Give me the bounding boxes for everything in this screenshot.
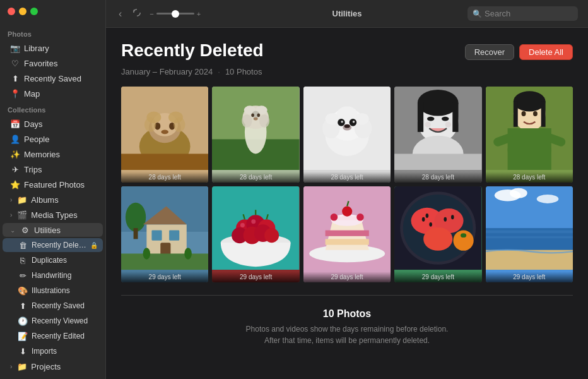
page-meta: January – February 2024 · 10 Photos — [121, 67, 573, 76]
sidebar-item-trips[interactable]: ✈ Trips — [3, 162, 103, 176]
photo-cell[interactable]: 29 days left — [121, 186, 208, 282]
sidebar-item-label: Imports — [32, 347, 57, 356]
zoom-controls: − + — [150, 10, 201, 18]
recover-button[interactable]: Recover — [465, 44, 514, 60]
sidebar-item-duplicates[interactable]: ⎘ Duplicates — [3, 253, 103, 267]
svg-point-104 — [426, 214, 429, 218]
sidebar-item-label: Favorites — [24, 59, 57, 68]
sidebar-item-projects[interactable]: › 📁 Projects — [3, 359, 103, 373]
photo-cell[interactable]: 29 days left — [394, 186, 481, 282]
sidebar-item-utilities[interactable]: ⌄ ⚙ Utilities — [3, 223, 103, 237]
svg-point-23 — [254, 117, 258, 121]
svg-point-105 — [444, 217, 447, 222]
photo-cell[interactable]: 29 days left — [486, 186, 573, 282]
sidebar-item-library[interactable]: 📷 Library — [3, 41, 103, 55]
svg-rect-11 — [121, 153, 208, 170]
minimize-button[interactable] — [19, 8, 26, 15]
svg-point-43 — [427, 117, 435, 121]
sidebar-item-recently-viewed[interactable]: 🕐 Recently Viewed — [3, 314, 103, 328]
sparkle-icon: ✨ — [10, 149, 20, 159]
chevron-down-icon: ⌄ — [10, 227, 15, 234]
art-icon: 🎨 — [18, 286, 28, 296]
sidebar-item-memories[interactable]: ✨ Memories — [3, 147, 103, 161]
main-content: ‹ − + Utilities 🔍 Recently Deleted Re — [106, 0, 588, 379]
page-title: Recently Deleted — [121, 40, 264, 61]
heart-icon: ♡ — [10, 58, 20, 68]
photo-days-label: 29 days left — [212, 272, 299, 282]
photo-cell[interactable]: 28 days left — [212, 87, 299, 183]
svg-point-95 — [356, 214, 364, 221]
pen-icon: ✏ — [18, 270, 28, 280]
maximize-button[interactable] — [30, 8, 38, 15]
search-input[interactable] — [485, 9, 573, 18]
back-button[interactable]: ‹ — [116, 7, 124, 21]
sidebar-item-imports[interactable]: ⬇ Imports — [3, 344, 103, 358]
sidebar-item-label: Utilities — [34, 226, 61, 235]
sidebar-item-recently-deleted[interactable]: 🗑 Recently Delet... 🔒 — [3, 238, 103, 252]
sidebar-item-recently-edited[interactable]: 📝 Recently Edited — [3, 329, 103, 343]
sidebar-item-label: Recently Delet... — [32, 241, 86, 250]
photo-cell[interactable]: 29 days left — [212, 186, 299, 282]
photo-days-label: 28 days left — [121, 172, 208, 183]
sidebar-item-media-types[interactable]: › 🎬 Media Types — [3, 208, 103, 222]
svg-rect-114 — [486, 231, 573, 234]
close-button[interactable] — [8, 8, 15, 15]
upload-icon: ⬆ — [10, 73, 20, 83]
sidebar-item-recently-saved-sub[interactable]: ⬆ Recently Saved — [3, 299, 103, 313]
sidebar-item-label: Map — [24, 89, 40, 99]
svg-point-108 — [461, 233, 466, 238]
library-icon: 📷 — [10, 43, 20, 53]
bottom-desc-line1: Photos and videos show the days remainin… — [246, 325, 449, 334]
sidebar-item-label: Trips — [24, 165, 42, 174]
sidebar-item-label: Recently Saved — [24, 74, 81, 83]
action-buttons: Recover Delete All — [465, 44, 573, 60]
sidebar-item-label: Memories — [24, 150, 60, 159]
photo-days-label: 29 days left — [303, 272, 391, 282]
svg-point-54 — [521, 111, 526, 116]
bottom-count: 10 Photos — [121, 308, 573, 320]
photo-cell[interactable]: 29 days left — [303, 186, 391, 282]
sidebar-item-albums[interactable]: › 📁 Albums — [3, 193, 103, 207]
svg-rect-48 — [394, 153, 481, 170]
folder-icon: 📁 — [17, 195, 27, 205]
plane-icon: ✈ — [10, 164, 20, 174]
sidebar-item-label: Library — [24, 44, 49, 53]
sidebar-item-label: Featured Photos — [24, 180, 85, 190]
photo-days-label: 28 days left — [394, 172, 481, 183]
svg-point-81 — [240, 223, 245, 227]
duplicate-icon: ⎘ — [18, 255, 28, 265]
photo-cell[interactable]: 28 days left — [394, 87, 481, 183]
sidebar-item-label: Media Types — [31, 210, 77, 220]
svg-point-44 — [442, 117, 449, 121]
svg-point-17 — [259, 114, 269, 128]
lock-icon: 🔒 — [90, 242, 98, 249]
photo-days-label: 29 days left — [121, 272, 208, 282]
sidebar-item-illustrations[interactable]: 🎨 Illustrations — [3, 284, 103, 298]
sidebar-item-label: Illustrations — [32, 286, 70, 295]
zoom-slider[interactable] — [156, 13, 194, 15]
edit-icon: 📝 — [18, 331, 28, 341]
photo-grid: 28 days left — [121, 87, 573, 282]
sidebar-item-handwriting[interactable]: ✏ Handwriting — [3, 268, 103, 282]
sidebar-item-featured[interactable]: ⭐ Featured Photos — [3, 177, 103, 191]
sidebar-item-label: Recently Viewed — [32, 316, 88, 325]
sidebar-item-people[interactable]: 👤 People — [3, 132, 103, 146]
chevron-right-icon: › — [10, 196, 12, 203]
photo-cell[interactable]: 28 days left — [121, 87, 208, 183]
search-icon: 🔍 — [473, 9, 482, 18]
meta-info: January – February 2024 · 10 Photos — [121, 67, 262, 76]
download-icon: ⬇ — [18, 346, 28, 356]
svg-point-40 — [418, 90, 459, 116]
photo-cell[interactable]: 28 days left — [486, 87, 573, 183]
photo-cell[interactable]: 28 days left — [303, 87, 391, 183]
rotate-button[interactable] — [129, 6, 144, 21]
delete-all-button[interactable]: Delete All — [519, 44, 573, 60]
svg-point-112 — [536, 195, 558, 203]
date-range: January – February 2024 — [121, 67, 213, 76]
sidebar-item-days[interactable]: 📅 Days — [3, 117, 103, 131]
svg-point-102 — [422, 217, 425, 222]
sidebar-item-favorites[interactable]: ♡ Favorites — [3, 56, 103, 70]
sidebar-item-map[interactable]: 📍 Map — [3, 87, 103, 100]
sidebar-item-recently-saved[interactable]: ⬆ Recently Saved — [3, 71, 103, 85]
svg-point-111 — [510, 188, 527, 198]
